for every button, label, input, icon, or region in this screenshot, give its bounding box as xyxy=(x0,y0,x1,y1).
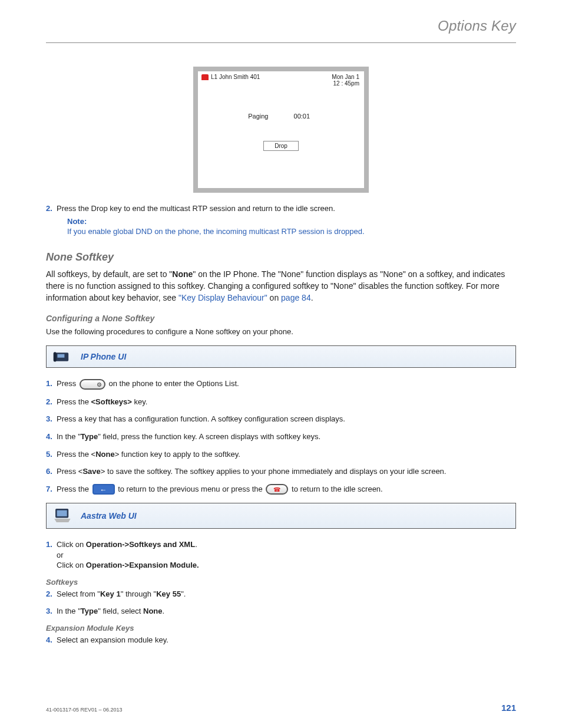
page-footer: 41-001317-05 REV01 – 06.2013 121 xyxy=(46,703,516,713)
note-label: Note: xyxy=(57,216,516,227)
page: Options Key L1 John Smith 401 Mon Jan 1 … xyxy=(0,0,562,728)
ip-step-6: 6. Press <Save> to save the softkey. The… xyxy=(46,466,516,477)
none-softkey-heading: None Softkey xyxy=(46,251,516,263)
step-text: Press the Drop key to end the multicast … xyxy=(57,204,335,213)
ip-phone-icon xyxy=(52,349,72,364)
step-number: 2. xyxy=(46,203,52,214)
configuring-intro: Use the following procedures to configur… xyxy=(46,327,516,338)
svg-rect-4 xyxy=(57,510,67,516)
none-softkey-paragraph: All softkeys, by default, are set to "No… xyxy=(46,268,516,304)
ip-phone-ui-label: IP Phone UI xyxy=(81,352,126,361)
phone-time: 12 : 45pm xyxy=(332,80,359,87)
phone-line-label: L1 John Smith 401 xyxy=(211,74,260,80)
ip-phone-ui-box: IP Phone UI xyxy=(46,345,516,368)
back-key-icon xyxy=(92,484,115,495)
softkeys-subheading: Softkeys xyxy=(46,578,516,587)
web-step-4: 4. Select an expansion module key. xyxy=(46,635,516,645)
configuring-none-softkey-heading: Configuring a None Softkey xyxy=(46,314,516,323)
ip-step-5: 5. Press the <None> function key to appl… xyxy=(46,449,516,460)
web-step-3: 3. In the "Type" field, select None. xyxy=(46,606,516,617)
aastra-web-ui-box: Aastra Web UI xyxy=(46,503,516,529)
header-rule xyxy=(46,42,516,43)
running-header: Options Key xyxy=(46,18,516,34)
phone-screen: L1 John Smith 401 Mon Jan 1 12 : 45pm Pa… xyxy=(193,67,369,193)
web-step-2: 2. Select from "Key 1" through "Key 55". xyxy=(46,589,516,599)
goodbye-key-icon xyxy=(266,484,288,495)
ip-step-7: 7. Press the to return to the previous m… xyxy=(46,484,516,495)
phone-timer: 00:01 xyxy=(294,113,323,120)
web-softkeys-steps: 2. Select from "Key 1" through "Key 55".… xyxy=(46,589,516,617)
svg-marker-5 xyxy=(54,519,70,522)
phone-screen-top-bar: L1 John Smith 401 Mon Jan 1 12 : 45pm xyxy=(198,71,364,87)
note-text: If you enable global DND on the phone, t… xyxy=(57,226,516,237)
footer-doc-id: 41-001317-05 REV01 – 06.2013 xyxy=(46,707,123,713)
step-2: 2. Press the Drop key to end the multica… xyxy=(46,203,516,237)
web-ui-steps: 1. Click on Operation->Softkeys and XML.… xyxy=(46,539,516,571)
ip-step-3: 3. Press a key that has a configuration … xyxy=(46,414,516,424)
rtp-steps-continued: 2. Press the Drop key to end the multica… xyxy=(46,203,516,237)
phone-drop-softkey: Drop xyxy=(263,141,299,151)
phone-screen-datetime: Mon Jan 1 12 : 45pm xyxy=(332,74,359,87)
phone-status: Paging xyxy=(239,113,268,120)
options-key-icon xyxy=(80,379,105,390)
phone-screen-figure: L1 John Smith 401 Mon Jan 1 12 : 45pm Pa… xyxy=(46,67,516,193)
phone-date: Mon Jan 1 xyxy=(332,74,359,80)
phone-status-row: Paging 00:01 xyxy=(198,113,364,120)
expansion-module-subheading: Expansion Module Keys xyxy=(46,624,516,633)
ip-step-1: 1. Press on the phone to enter the Optio… xyxy=(46,378,516,390)
phone-handset-icon xyxy=(201,74,209,80)
svg-rect-1 xyxy=(58,354,65,358)
page-number: 121 xyxy=(501,703,516,713)
ip-phone-steps: 1. Press on the phone to enter the Optio… xyxy=(46,378,516,495)
computer-icon xyxy=(52,507,72,525)
link-key-display-behaviour[interactable]: "Key Display Behaviour" xyxy=(178,293,267,302)
web-step-1: 1. Click on Operation->Softkeys and XML.… xyxy=(46,539,516,571)
aastra-web-ui-label: Aastra Web UI xyxy=(81,511,137,521)
svg-rect-2 xyxy=(54,353,57,362)
web-expansion-steps: 4. Select an expansion module key. xyxy=(46,635,516,645)
ip-step-4: 4. In the "Type" field, press the functi… xyxy=(46,431,516,442)
phone-screen-body: Paging 00:01 Drop xyxy=(198,87,364,151)
link-page-84[interactable]: page 84 xyxy=(281,293,311,302)
ip-step-2: 2. Press the <Softkeys> key. xyxy=(46,397,516,407)
phone-screen-line-info: L1 John Smith 401 xyxy=(201,74,260,87)
